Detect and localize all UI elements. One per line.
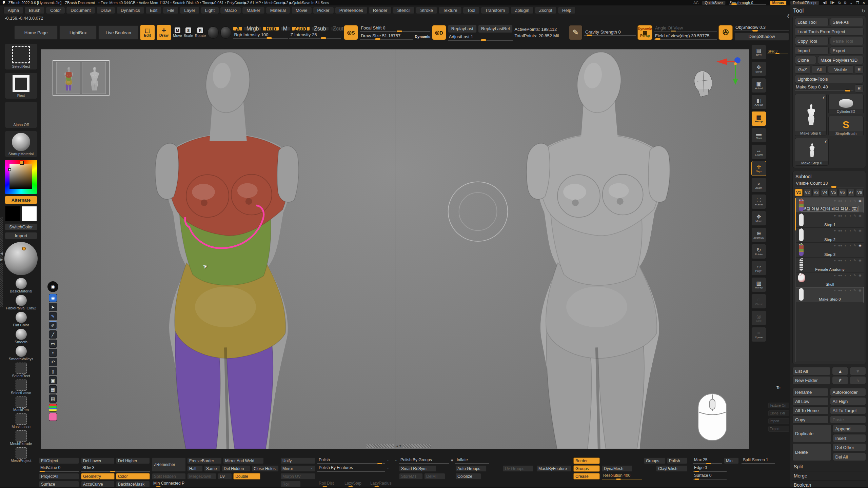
texture-palette-item[interactable]: Import (768, 418, 789, 424)
subtool-version-tab[interactable]: V5 (830, 189, 837, 196)
menu-item[interactable]: Preferences (335, 7, 368, 14)
move-up-button[interactable]: ▲ (832, 367, 848, 375)
clone-button[interactable]: Clone (795, 56, 816, 64)
menu-item[interactable]: Stroke (416, 7, 437, 14)
sculpt-right-gray[interactable] (395, 49, 749, 449)
load-tool-button[interactable]: Load Tool (795, 18, 829, 26)
palette-icon[interactable]: ✐ (49, 321, 57, 329)
goz-button[interactable]: GoZ (795, 65, 810, 74)
groups-button[interactable]: Groups (573, 465, 600, 472)
minimize-icon[interactable]: ⌄ (850, 1, 852, 5)
shelf-material-item[interactable]: BasicMaterial (5, 278, 37, 293)
adjust-last-slider[interactable]: AdjustLast 1 (448, 34, 513, 41)
copy-button[interactable]: Copy (792, 415, 829, 424)
spix-slider[interactable]: SPix 3 (767, 49, 788, 54)
morph-uv-button[interactable]: Morph UV (280, 473, 315, 480)
shelf-material-item[interactable]: MeshProject (5, 447, 37, 463)
palette-icon[interactable]: ▤ (49, 394, 57, 403)
subtool-version-tab[interactable]: V3 (812, 189, 820, 196)
camera-icon[interactable]: ✇ (718, 25, 733, 40)
zremesher-button[interactable]: ZRemesher (152, 458, 186, 472)
secondary-color-swatch[interactable] (22, 206, 37, 221)
maskbyfeature-button[interactable]: MaskByFeature (536, 465, 571, 472)
right-shelf-button[interactable]: ↔ L.Sym (751, 144, 766, 159)
palette-icon[interactable]: ◉ (49, 294, 57, 302)
menu-item[interactable]: Layer (180, 7, 200, 14)
mirror-and-weld-button[interactable]: Mirror And Weld (223, 458, 264, 464)
del-higher-button[interactable]: Del Higher (116, 458, 150, 464)
subtool-row[interactable]: ▾ ●● ◐ ◑ ✎ ◉ Female Anatomy (796, 258, 864, 272)
border-button[interactable]: Border (573, 458, 600, 464)
maximize-icon[interactable]: ❐ (856, 1, 859, 5)
del-lower-button[interactable]: Del Lower (81, 458, 115, 464)
draw-button[interactable]: ✛Draw (157, 25, 172, 40)
double-button[interactable]: Double (233, 473, 260, 480)
uv-groups-button[interactable]: Uv Groups (503, 465, 533, 472)
palette-icon[interactable]: ▭ (49, 340, 57, 348)
expand-left-arrow[interactable]: ▶ (0, 258, 3, 261)
resolution-slider[interactable]: Resolution 400 (602, 473, 642, 480)
shelf-material-item[interactable]: MaskLasso (5, 413, 37, 429)
draw-size-slider[interactable]: Draw Size 51.18757 (360, 33, 413, 40)
canvas-scrollbar[interactable]: ▲▼ (367, 444, 431, 448)
edge-slider[interactable]: Edge 0 (693, 465, 727, 472)
autoreorder-button[interactable]: AutoReorder (830, 388, 866, 396)
right-shelf-button[interactable]: ▣ Actual (751, 78, 766, 93)
right-shelf-button[interactable]: ▱ PolyF (751, 261, 766, 276)
shelf-drag-handle-2[interactable] (0, 263, 3, 307)
color-sphere-picker[interactable] (4, 242, 38, 275)
cylinder3d-thumbnail[interactable]: Cylinder3D (828, 94, 864, 114)
list-all-button[interactable]: List All (792, 367, 831, 375)
shelf-material-item[interactable]: Flat Color (5, 312, 37, 327)
new-folder-button[interactable]: New Folder (792, 376, 831, 384)
right-shelf-button[interactable]: ✥ Scroll (751, 61, 766, 76)
freezeborder-button[interactable]: FreezeBorder (187, 458, 222, 464)
right-shelf-button[interactable]: ≡ Xpose (751, 327, 766, 342)
deepshadow-button[interactable]: DeepShadow (734, 33, 789, 41)
polish-toggle-icon[interactable]: ○ (387, 459, 389, 462)
subtool-version-tab[interactable]: V7 (847, 189, 855, 196)
menu-item[interactable]: Edit (145, 7, 162, 14)
right-shelf-button[interactable]: ▦ Persp (751, 111, 766, 126)
insert-button[interactable]: Insert (833, 434, 866, 442)
right-shelf-button[interactable]: ↻ Rotate (751, 244, 766, 259)
right-shelf-button[interactable]: ◎ Solo (751, 310, 766, 325)
midvalue-slider[interactable]: MidValue 0 (39, 465, 79, 472)
angle-of-view-slider[interactable]: Angle Of View (654, 25, 717, 32)
m-toggle[interactable]: M (280, 26, 290, 31)
brush-preview-icon[interactable]: ✎ (569, 25, 583, 40)
texture-palette-item[interactable]: Clone Txtr (768, 410, 789, 416)
same-button[interactable]: Same (204, 465, 220, 472)
move-in-button[interactable]: ↳ (850, 376, 866, 384)
shelf-material-item[interactable]: SelectLasso (5, 380, 37, 395)
subtool-empty-row[interactable] (796, 332, 864, 347)
color-a-toggle[interactable]: A (233, 26, 242, 31)
subtool-empty-row[interactable] (796, 317, 864, 332)
mergedown-button[interactable]: MergeDown (187, 473, 216, 480)
menu-item[interactable]: Material (266, 7, 290, 14)
scale-button[interactable]: SScale (184, 27, 193, 38)
subtool-version-tab[interactable]: V1 (795, 189, 803, 196)
right-shelf-button[interactable]: ⌕ Zoom (751, 178, 766, 192)
document-canvas[interactable]: ◉ ◉➤✎✐╱▭•↶▯▣▦▤ ➤ ▲▼ (41, 49, 749, 449)
live-boolean-button[interactable]: Live Boolean (98, 25, 138, 40)
import-color-button[interactable]: Import (5, 232, 37, 239)
goz-visible-button[interactable]: Visible (828, 65, 853, 74)
focal-shift-slider[interactable]: Focal Shift 0 (360, 25, 430, 32)
colorize-button[interactable]: Colorize (455, 473, 481, 480)
copy-tool-button[interactable]: Copy Tool (795, 37, 829, 45)
shelf-material-item[interactable]: MaskPen (5, 396, 37, 412)
all-to-target-button[interactable]: All To Target (830, 406, 866, 414)
menu-item[interactable]: Zplugin (510, 7, 534, 14)
replay-last-button[interactable]: ReplayLast (448, 25, 477, 33)
export-button[interactable]: Export (830, 46, 864, 55)
palette-icon[interactable]: ╱ (49, 330, 57, 339)
menu-item[interactable]: Macro (220, 7, 241, 14)
delmt-button[interactable]: DelMT (424, 473, 445, 480)
right-shelf-button[interactable]: ✛ Gxyz (751, 161, 766, 176)
storemt-button[interactable]: StoreMT (399, 473, 423, 480)
split-section-header[interactable]: Split (792, 462, 866, 471)
dynamic-label[interactable]: Dynamic (415, 35, 430, 39)
append-button[interactable]: Append (833, 425, 866, 433)
mrgb-toggle[interactable]: Mrgb (244, 26, 261, 31)
